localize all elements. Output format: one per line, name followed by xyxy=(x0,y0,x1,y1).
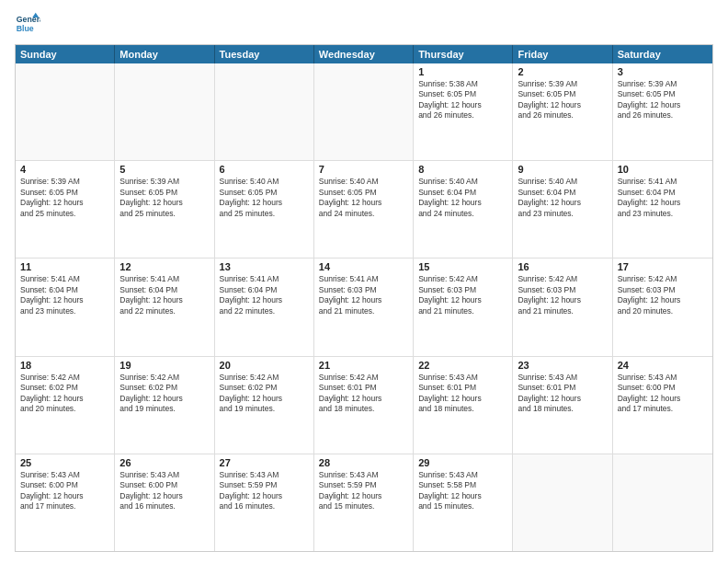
day-info: Sunrise: 5:42 AM Sunset: 6:03 PM Dayligh… xyxy=(518,274,607,316)
cal-cell: 10Sunrise: 5:41 AM Sunset: 6:04 PM Dayli… xyxy=(613,161,712,258)
header-day-friday: Friday xyxy=(513,45,612,63)
day-info: Sunrise: 5:42 AM Sunset: 6:03 PM Dayligh… xyxy=(618,274,708,316)
day-info: Sunrise: 5:39 AM Sunset: 6:05 PM Dayligh… xyxy=(119,177,209,219)
cal-cell: 15Sunrise: 5:42 AM Sunset: 6:03 PM Dayli… xyxy=(414,259,513,355)
day-info: Sunrise: 5:39 AM Sunset: 6:05 PM Dayligh… xyxy=(518,79,607,121)
cal-cell xyxy=(513,454,612,551)
day-info: Sunrise: 5:39 AM Sunset: 6:05 PM Dayligh… xyxy=(618,79,708,121)
day-number: 5 xyxy=(119,164,209,175)
day-info: Sunrise: 5:41 AM Sunset: 6:04 PM Dayligh… xyxy=(220,274,309,316)
cal-cell xyxy=(215,63,314,160)
day-number: 16 xyxy=(518,261,607,272)
header-day-tuesday: Tuesday xyxy=(215,45,314,63)
day-info: Sunrise: 5:38 AM Sunset: 6:05 PM Dayligh… xyxy=(418,79,507,121)
cal-cell: 17Sunrise: 5:42 AM Sunset: 6:03 PM Dayli… xyxy=(613,259,712,355)
cal-cell: 22Sunrise: 5:43 AM Sunset: 6:01 PM Dayli… xyxy=(414,357,513,454)
day-info: Sunrise: 5:41 AM Sunset: 6:04 PM Dayligh… xyxy=(20,274,109,316)
cal-cell: 24Sunrise: 5:43 AM Sunset: 6:00 PM Dayli… xyxy=(613,357,712,454)
day-number: 26 xyxy=(119,457,209,468)
cal-cell: 18Sunrise: 5:42 AM Sunset: 6:02 PM Dayli… xyxy=(16,357,115,454)
day-number: 15 xyxy=(418,261,507,272)
day-number: 4 xyxy=(20,164,109,175)
day-number: 24 xyxy=(618,360,708,371)
cal-cell xyxy=(115,63,214,160)
day-info: Sunrise: 5:43 AM Sunset: 6:01 PM Dayligh… xyxy=(418,373,507,415)
calendar-row-3: 11Sunrise: 5:41 AM Sunset: 6:04 PM Dayli… xyxy=(16,258,712,355)
cal-cell: 6Sunrise: 5:40 AM Sunset: 6:05 PM Daylig… xyxy=(215,161,314,258)
day-info: Sunrise: 5:41 AM Sunset: 6:04 PM Dayligh… xyxy=(119,274,209,316)
calendar-row-5: 25Sunrise: 5:43 AM Sunset: 6:00 PM Dayli… xyxy=(16,454,712,551)
calendar-header: SundayMondayTuesdayWednesdayThursdayFrid… xyxy=(16,45,712,63)
day-info: Sunrise: 5:43 AM Sunset: 6:00 PM Dayligh… xyxy=(618,373,708,415)
header-day-saturday: Saturday xyxy=(613,45,712,63)
day-number: 9 xyxy=(518,164,607,175)
header-day-wednesday: Wednesday xyxy=(314,45,414,63)
logo-icon: General Blue xyxy=(15,11,40,37)
day-number: 8 xyxy=(418,164,507,175)
calendar-row-1: 1Sunrise: 5:38 AM Sunset: 6:05 PM Daylig… xyxy=(16,63,712,160)
header-day-monday: Monday xyxy=(115,45,214,63)
day-number: 21 xyxy=(319,360,408,371)
svg-text:Blue: Blue xyxy=(17,24,34,33)
cal-cell xyxy=(314,63,414,160)
cal-cell: 28Sunrise: 5:43 AM Sunset: 5:59 PM Dayli… xyxy=(314,454,414,551)
day-number: 10 xyxy=(618,164,708,175)
day-info: Sunrise: 5:39 AM Sunset: 6:05 PM Dayligh… xyxy=(20,177,109,219)
cal-cell: 12Sunrise: 5:41 AM Sunset: 6:04 PM Dayli… xyxy=(115,259,214,355)
cal-cell: 8Sunrise: 5:40 AM Sunset: 6:04 PM Daylig… xyxy=(414,161,513,258)
cal-cell: 26Sunrise: 5:43 AM Sunset: 6:00 PM Dayli… xyxy=(115,454,214,551)
day-number: 19 xyxy=(119,360,209,371)
day-info: Sunrise: 5:42 AM Sunset: 6:02 PM Dayligh… xyxy=(220,373,309,415)
day-info: Sunrise: 5:43 AM Sunset: 5:59 PM Dayligh… xyxy=(220,470,309,512)
cal-cell xyxy=(613,454,712,551)
day-info: Sunrise: 5:43 AM Sunset: 5:58 PM Dayligh… xyxy=(418,470,507,512)
day-info: Sunrise: 5:40 AM Sunset: 6:05 PM Dayligh… xyxy=(220,177,309,219)
day-number: 3 xyxy=(618,66,708,77)
day-number: 7 xyxy=(319,164,408,175)
calendar-body: 1Sunrise: 5:38 AM Sunset: 6:05 PM Daylig… xyxy=(16,63,712,551)
day-number: 12 xyxy=(119,261,209,272)
day-number: 17 xyxy=(618,261,708,272)
day-number: 22 xyxy=(418,360,507,371)
cal-cell: 1Sunrise: 5:38 AM Sunset: 6:05 PM Daylig… xyxy=(414,63,513,160)
day-number: 11 xyxy=(20,261,109,272)
day-info: Sunrise: 5:40 AM Sunset: 6:04 PM Dayligh… xyxy=(518,177,607,219)
day-info: Sunrise: 5:43 AM Sunset: 5:59 PM Dayligh… xyxy=(319,470,408,512)
cal-cell: 4Sunrise: 5:39 AM Sunset: 6:05 PM Daylig… xyxy=(16,161,115,258)
cal-cell: 20Sunrise: 5:42 AM Sunset: 6:02 PM Dayli… xyxy=(215,357,314,454)
day-info: Sunrise: 5:40 AM Sunset: 6:05 PM Dayligh… xyxy=(319,177,408,219)
header-day-sunday: Sunday xyxy=(16,45,115,63)
day-info: Sunrise: 5:41 AM Sunset: 6:03 PM Dayligh… xyxy=(319,274,408,316)
cal-cell: 27Sunrise: 5:43 AM Sunset: 5:59 PM Dayli… xyxy=(215,454,314,551)
day-info: Sunrise: 5:41 AM Sunset: 6:04 PM Dayligh… xyxy=(618,177,708,219)
cal-cell: 5Sunrise: 5:39 AM Sunset: 6:05 PM Daylig… xyxy=(115,161,214,258)
cal-cell: 11Sunrise: 5:41 AM Sunset: 6:04 PM Dayli… xyxy=(16,259,115,355)
day-info: Sunrise: 5:42 AM Sunset: 6:03 PM Dayligh… xyxy=(418,274,507,316)
day-number: 25 xyxy=(20,457,109,468)
cal-cell: 14Sunrise: 5:41 AM Sunset: 6:03 PM Dayli… xyxy=(314,259,414,355)
cal-cell: 19Sunrise: 5:42 AM Sunset: 6:02 PM Dayli… xyxy=(115,357,214,454)
cal-cell: 16Sunrise: 5:42 AM Sunset: 6:03 PM Dayli… xyxy=(513,259,612,355)
day-number: 2 xyxy=(518,66,607,77)
day-info: Sunrise: 5:42 AM Sunset: 6:02 PM Dayligh… xyxy=(20,373,109,415)
page: General Blue SundayMondayTuesdayWednesda… xyxy=(0,0,728,563)
day-number: 29 xyxy=(418,457,507,468)
cal-cell: 13Sunrise: 5:41 AM Sunset: 6:04 PM Dayli… xyxy=(215,259,314,355)
cal-cell: 9Sunrise: 5:40 AM Sunset: 6:04 PM Daylig… xyxy=(513,161,612,258)
cal-cell: 23Sunrise: 5:43 AM Sunset: 6:01 PM Dayli… xyxy=(513,357,612,454)
cal-cell: 3Sunrise: 5:39 AM Sunset: 6:05 PM Daylig… xyxy=(613,63,712,160)
cal-cell: 2Sunrise: 5:39 AM Sunset: 6:05 PM Daylig… xyxy=(513,63,612,160)
header-day-thursday: Thursday xyxy=(414,45,513,63)
calendar: SundayMondayTuesdayWednesdayThursdayFrid… xyxy=(15,44,713,552)
day-number: 14 xyxy=(319,261,408,272)
day-number: 13 xyxy=(220,261,309,272)
day-number: 18 xyxy=(20,360,109,371)
calendar-row-4: 18Sunrise: 5:42 AM Sunset: 6:02 PM Dayli… xyxy=(16,356,712,454)
calendar-row-2: 4Sunrise: 5:39 AM Sunset: 6:05 PM Daylig… xyxy=(16,160,712,258)
day-number: 28 xyxy=(319,457,408,468)
day-info: Sunrise: 5:43 AM Sunset: 6:00 PM Dayligh… xyxy=(119,470,209,512)
day-info: Sunrise: 5:40 AM Sunset: 6:04 PM Dayligh… xyxy=(418,177,507,219)
day-info: Sunrise: 5:42 AM Sunset: 6:01 PM Dayligh… xyxy=(319,373,408,415)
day-number: 6 xyxy=(220,164,309,175)
cal-cell: 7Sunrise: 5:40 AM Sunset: 6:05 PM Daylig… xyxy=(314,161,414,258)
